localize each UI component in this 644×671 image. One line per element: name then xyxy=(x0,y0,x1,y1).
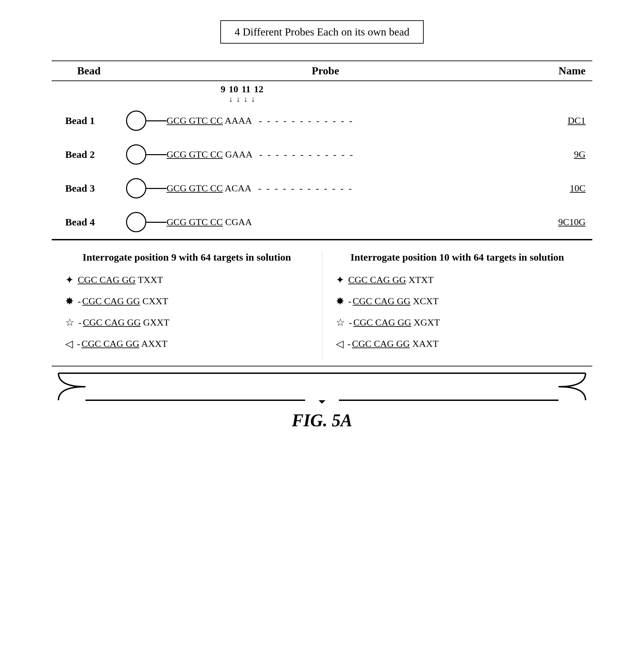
interrogate-title-left: Interrogate position 9 with 64 targets i… xyxy=(65,251,309,264)
interrogate-title-right: Interrogate position 10 with 64 targets … xyxy=(336,251,579,264)
pos-arrows: ↓ ↓ ↓ ↓ xyxy=(229,94,255,104)
interrogate-col-left: Interrogate position 9 with 64 targets i… xyxy=(52,251,322,359)
probe-text-1: GCG GTC CC AAAA xyxy=(167,115,252,126)
bead-circle-1 xyxy=(126,111,146,131)
bead-circle-2 xyxy=(126,144,146,165)
icon-triangle-right: ◁ xyxy=(336,338,344,350)
title-text: 4 Different Probes Each on its own bead xyxy=(234,26,410,38)
probe-underline-4: GCG GTC CC xyxy=(167,217,223,227)
probe-entry-right-3: ☆ - CGC CAG GG XGXT xyxy=(336,316,579,328)
probe-seq-left-3: CGC CAG GG GXXT xyxy=(83,317,169,328)
probe-variable-2: GAAA xyxy=(225,149,253,160)
table-header: Bead Probe Name xyxy=(52,61,592,81)
pos-labels-container: 9 10 11 12 ↓ ↓ ↓ ↓ xyxy=(126,84,525,104)
table-row: Bead 3 GCG GTC CC ACAA - - - - - - - - -… xyxy=(52,172,592,205)
table-section: Bead Probe Name 9 10 11 12 ↓ ↓ ↓ ↓ xyxy=(52,61,592,240)
icon-triangle-left: ◁ xyxy=(65,338,73,350)
pos-spacer-right xyxy=(525,84,592,104)
probe-underline-1: GCG GTC CC xyxy=(167,115,223,126)
arrow-9: ↓ xyxy=(229,94,233,104)
col-name-header: Name xyxy=(525,65,592,77)
bead-label-2: Bead 2 xyxy=(52,149,126,160)
interrogate-title-left-text: Interrogate position 9 with 64 targets i… xyxy=(82,252,291,263)
fig-label: FIG. 5A xyxy=(292,410,352,430)
title-box: 4 Different Probes Each on its own bead xyxy=(220,20,424,43)
pos-spacer-left xyxy=(52,84,126,104)
name-text-3: 10C xyxy=(525,183,592,194)
bead-label-3: Bead 3 xyxy=(52,182,126,194)
interrogate-col-right: Interrogate position 10 with 64 targets … xyxy=(322,251,593,359)
name-text-2: 9G xyxy=(525,149,592,160)
probe-variable-1: AAAA xyxy=(225,115,252,126)
probe-text-3: GCG GTC CC ACAA xyxy=(167,183,252,194)
probe-dashes-2: - - - - - - - - - - - - xyxy=(259,149,518,160)
brace-section: FIG. 5A xyxy=(52,370,592,430)
interrogate-title-right-text: Interrogate position 10 with 64 targets … xyxy=(350,252,564,263)
bead-circle-3 xyxy=(126,178,146,199)
probe-variable-4: CGAA xyxy=(225,217,252,227)
pos-10: 10 xyxy=(229,84,238,94)
arrow-11: ↓ xyxy=(244,94,248,104)
bead-line-3 xyxy=(146,188,167,189)
bead-circle-4 xyxy=(126,212,146,232)
probe-entry-right-2: ✸ - CGC CAG GG XCXT xyxy=(336,295,579,307)
probe-seq-right-1: CGC CAG GG XTXT xyxy=(348,275,434,285)
arrow-10: ↓ xyxy=(236,94,240,104)
bead-circle-line-1: GCG GTC CC AAAA - - - - - - - - - - - - xyxy=(126,111,525,131)
probe-seq-left-1: CGC CAG GG TXXT xyxy=(78,275,163,285)
bead-label-4: Bead 4 xyxy=(52,216,126,228)
interrogate-section: Interrogate position 9 with 64 targets i… xyxy=(52,240,592,366)
probe-entry-left-2: ✸ - CGC CAG GG CXXT xyxy=(65,295,309,307)
col-probe-header: Probe xyxy=(126,65,525,77)
table-row: Bead 2 GCG GTC CC GAAA - - - - - - - - -… xyxy=(52,138,592,172)
probe-seq-left-4: CGC CAG GG AXXT xyxy=(81,338,167,349)
pos-9: 9 xyxy=(221,84,226,94)
probe-entry-left-1: ✦ CGC CAG GG TXXT xyxy=(65,274,309,286)
probe-seq-right-4: CGC CAG GG XAXT xyxy=(352,338,439,349)
probe-variable-3: ACAA xyxy=(225,183,252,193)
bead-line-4 xyxy=(146,222,167,223)
name-text-4: 9C10G xyxy=(525,217,592,228)
pos-11: 11 xyxy=(242,84,250,94)
bead-line-1 xyxy=(146,121,167,121)
icon-sun-left: ✸ xyxy=(65,295,74,307)
bead-circle-line-3: GCG GTC CC ACAA - - - - - - - - - - - - xyxy=(126,178,525,199)
interrogate-cols: Interrogate position 9 with 64 targets i… xyxy=(52,251,592,359)
probe-entry-right-1: ✦ CGC CAG GG XTXT xyxy=(336,274,579,286)
bead-circle-line-2: GCG GTC CC GAAA - - - - - - - - - - - - xyxy=(126,144,525,165)
probe-text-2: GCG GTC CC GAAA xyxy=(167,149,253,160)
probe-dashes-1: - - - - - - - - - - - - xyxy=(259,115,518,126)
bead-line-2 xyxy=(146,154,167,155)
name-text-1: DC1 xyxy=(525,115,592,126)
svg-marker-4 xyxy=(319,400,325,404)
col-bead-header: Bead xyxy=(52,65,126,77)
pos-labels-group: 9 10 11 12 ↓ ↓ ↓ ↓ xyxy=(221,84,263,104)
probe-dashes-3: - - - - - - - - - - - - xyxy=(258,183,518,194)
probe-entry-right-4: ◁ - CGC CAG GG XAXT xyxy=(336,338,579,350)
probe-seq-right-2: CGC CAG GG XCXT xyxy=(353,296,439,307)
icon-diamond-outline-left: ✦ xyxy=(65,274,74,286)
probe-entry-left-4: ◁ - CGC CAG GG AXXT xyxy=(65,338,309,350)
bead-circle-line-4: GCG GTC CC CGAA xyxy=(126,212,525,232)
pos-12: 12 xyxy=(254,84,263,94)
position-labels-row: 9 10 11 12 ↓ ↓ ↓ ↓ xyxy=(52,81,592,104)
brace-svg xyxy=(52,370,592,404)
probe-underline-3: GCG GTC CC xyxy=(167,183,223,193)
arrow-12: ↓ xyxy=(251,94,255,104)
probe-entry-left-3: ☆ - CGC CAG GG GXXT xyxy=(65,316,309,328)
probe-underline-2: GCG GTC CC xyxy=(167,149,223,160)
pos-numbers: 9 10 11 12 xyxy=(221,84,263,94)
probe-seq-left-2: CGC CAG GG CXXT xyxy=(82,296,168,307)
icon-diamond-outline-right: ✦ xyxy=(336,274,344,286)
probe-text-4: GCG GTC CC CGAA xyxy=(167,217,252,228)
table-row: Bead 1 GCG GTC CC AAAA - - - - - - - - -… xyxy=(52,104,592,138)
icon-star-left: ☆ xyxy=(65,316,74,328)
icon-sun-right: ✸ xyxy=(336,295,344,307)
table-row: Bead 4 GCG GTC CC CGAA 9C10G xyxy=(52,205,592,240)
bead-label-1: Bead 1 xyxy=(52,115,126,126)
probe-seq-right-3: CGC CAG GG XGXT xyxy=(353,317,440,328)
icon-star-right: ☆ xyxy=(336,316,345,328)
